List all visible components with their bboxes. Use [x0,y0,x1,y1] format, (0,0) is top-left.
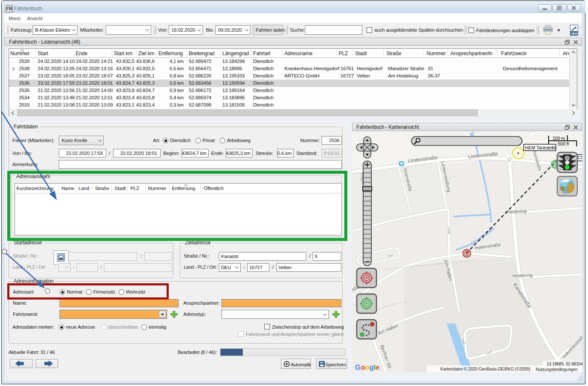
svg-text:o: o [365,363,370,371]
svg-text:100 m: 100 m [552,136,565,141]
svg-text:CO: CO [578,155,582,160]
svg-text:o: o [361,363,365,371]
svg-text:13.18685, 52.68334: 13.18685, 52.68334 [546,362,582,366]
svg-text:G: G [355,363,361,371]
svg-text:Heidering: Heidering [513,272,533,278]
svg-text:Nutzungsbedingungen: Nutzungsbedingungen [536,367,578,372]
svg-text:HEM Tankstelle: HEM Tankstelle [525,145,556,150]
svg-text:VIEW: VIEW [571,32,578,35]
svg-text:Kartendaten © 2020 GeoBasis-DE: Kartendaten © 2020 GeoBasis-DE/BKG (©200… [440,367,530,371]
svg-text:g: g [370,363,374,371]
svg-text:500 ft: 500 ft [558,141,569,146]
svg-text:e: e [376,363,379,371]
svg-text:B: B [9,6,12,11]
